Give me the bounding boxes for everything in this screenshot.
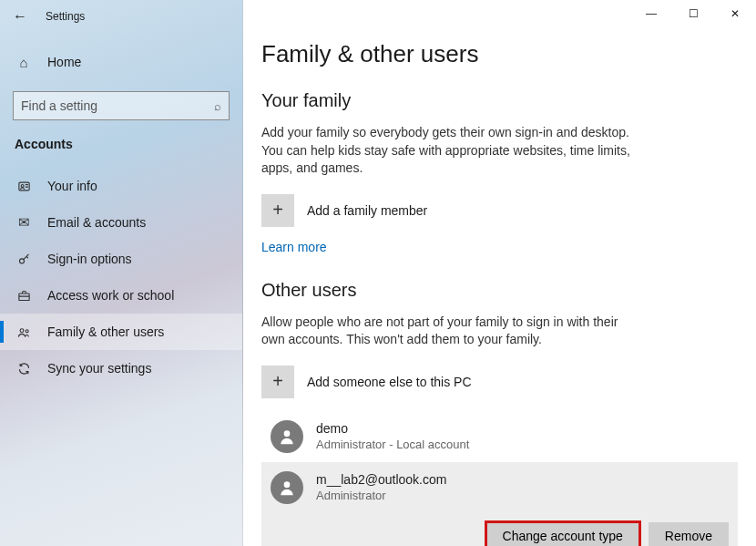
search-box[interactable]: ⌕ [13, 91, 230, 120]
learn-more-link[interactable]: Learn more [261, 240, 327, 254]
sidebar-item-label: Sign-in options [47, 252, 132, 266]
user-info: m__lab2@outlook.com Administrator [316, 472, 446, 502]
add-someone-row[interactable]: + Add someone else to this PC [261, 366, 738, 398]
minimize-button[interactable]: — [630, 0, 672, 27]
add-family-member-label: Add a family member [307, 203, 427, 218]
close-button[interactable]: ✕ [714, 0, 756, 27]
avatar [271, 420, 303, 453]
user-role: Administrator [316, 489, 446, 502]
avatar [271, 471, 303, 504]
svg-point-1 [21, 184, 24, 187]
search-container: ⌕ [0, 84, 242, 129]
back-button[interactable]: ← [7, 4, 33, 29]
svg-rect-3 [18, 294, 28, 301]
your-family-desc: Add your family so everybody gets their … [261, 124, 644, 178]
add-someone-button[interactable]: + [261, 366, 294, 398]
maximize-icon: ☐ [689, 7, 699, 20]
sidebar-item-signin-options[interactable]: Sign-in options [0, 241, 242, 277]
sidebar-item-family-other-users[interactable]: Family & other users [0, 314, 242, 350]
user-info: demo Administrator - Local account [316, 421, 469, 451]
person-icon [15, 180, 33, 193]
user-name: m__lab2@outlook.com [316, 472, 446, 487]
sync-icon [15, 362, 33, 376]
briefcase-icon [15, 289, 33, 303]
plus-icon: + [272, 200, 283, 221]
sidebar-item-email-accounts[interactable]: ✉ Email & accounts [0, 204, 242, 241]
svg-point-7 [284, 481, 291, 488]
add-family-member-button[interactable]: + [261, 194, 294, 227]
user-name: demo [316, 421, 469, 436]
other-user-row[interactable]: demo Administrator - Local account [261, 411, 738, 462]
titlebar: ← Settings [0, 0, 242, 33]
window-title: Settings [46, 10, 85, 23]
home-icon: ⌂ [15, 55, 33, 70]
remove-user-button[interactable]: Remove [649, 522, 729, 546]
sidebar-home[interactable]: ⌂ Home [0, 44, 242, 80]
people-icon [15, 325, 33, 339]
user-actions: Change account type Remove [261, 517, 738, 546]
plus-icon: + [272, 371, 283, 392]
add-someone-label: Add someone else to this PC [307, 375, 472, 389]
search-icon: ⌕ [214, 99, 221, 113]
sidebar-item-label: Email & accounts [47, 215, 146, 230]
key-icon [15, 252, 33, 266]
mail-icon: ✉ [15, 214, 33, 231]
svg-point-4 [20, 328, 24, 332]
sidebar-item-sync-settings[interactable]: Sync your settings [0, 350, 242, 386]
window-controls: — ☐ ✕ [630, 0, 756, 27]
other-users-desc: Allow people who are not part of your fa… [261, 314, 644, 349]
back-icon: ← [13, 8, 27, 25]
sidebar-item-label: Access work or school [47, 288, 174, 303]
nav-list: Your info ✉ Email & accounts Sign-in opt… [0, 168, 242, 386]
change-account-type-button[interactable]: Change account type [486, 522, 639, 546]
main-content: — ☐ ✕ Family & other users Your family A… [243, 0, 756, 546]
sidebar-item-your-info[interactable]: Your info [0, 168, 242, 204]
sidebar-item-access-work-school[interactable]: Access work or school [0, 277, 242, 314]
sidebar-item-label: Sync your settings [47, 361, 151, 376]
svg-point-6 [284, 430, 291, 437]
sidebar-item-label: Your info [47, 179, 97, 193]
other-user-row-selected[interactable]: m__lab2@outlook.com Administrator Change… [261, 462, 738, 546]
other-users-title: Other users [261, 280, 738, 301]
sidebar-home-label: Home [47, 55, 81, 69]
page-title: Family & other users [261, 40, 738, 68]
search-input[interactable] [21, 98, 214, 113]
svg-point-5 [26, 329, 28, 332]
sidebar-item-label: Family & other users [47, 325, 164, 339]
minimize-icon: — [646, 7, 657, 20]
user-role: Administrator - Local account [316, 438, 469, 451]
maximize-button[interactable]: ☐ [672, 0, 714, 27]
sidebar-section: Accounts [0, 129, 242, 164]
your-family-title: Your family [261, 90, 738, 111]
close-icon: ✕ [730, 7, 740, 20]
add-family-member-row[interactable]: + Add a family member [261, 194, 738, 227]
sidebar: ← Settings ⌂ Home ⌕ Accounts Your info ✉… [0, 0, 243, 546]
